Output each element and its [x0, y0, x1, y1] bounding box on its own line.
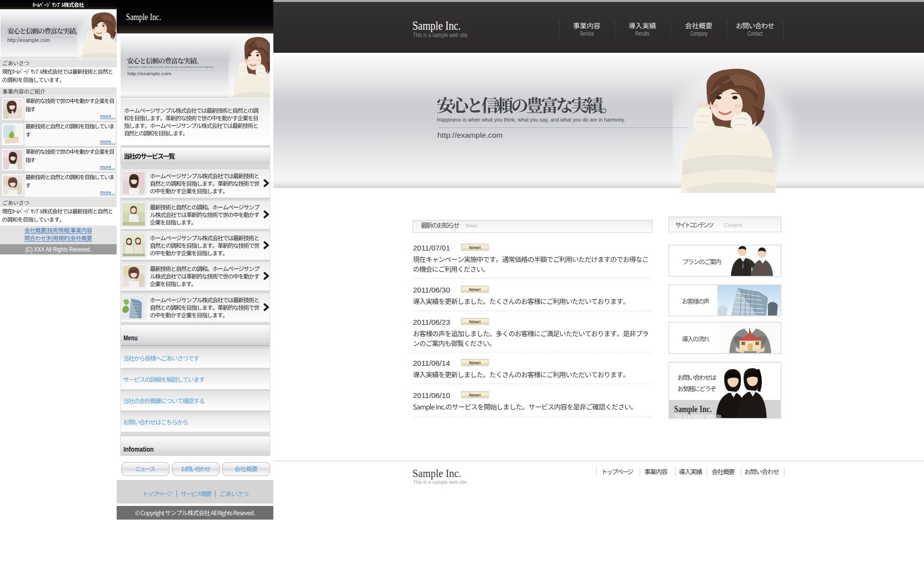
svg-text:New!: New!: [469, 360, 481, 365]
svg-text:2011/06/23: 2011/06/23: [413, 318, 450, 326]
svg-text:2011/06/10: 2011/06/10: [413, 392, 450, 399]
svg-text:Sample Inc.: Sample Inc.: [412, 467, 461, 480]
svg-text:Company: Company: [690, 30, 707, 37]
svg-text:more...: more...: [100, 139, 115, 145]
svg-text:more...: more...: [100, 164, 115, 170]
svg-text:Happiness is when what you thi: Happiness is when what you think, what y…: [127, 65, 214, 68]
svg-text:more...: more...: [100, 189, 115, 195]
svg-text:Sample Inc.: Sample Inc.: [412, 19, 461, 32]
svg-text:more...: more...: [100, 113, 115, 119]
svg-text:Content: Content: [724, 222, 742, 228]
svg-text:New!: New!: [469, 287, 481, 292]
svg-text:http://example.com: http://example.com: [437, 131, 503, 139]
svg-text:This is a sample web site.: This is a sample web site.: [675, 414, 722, 419]
svg-text:New!: New!: [469, 245, 481, 250]
svg-text:http://example.com: http://example.com: [127, 71, 171, 76]
svg-text:Menu: Menu: [123, 334, 138, 342]
svg-text:2011/07/01: 2011/07/01: [413, 244, 450, 252]
svg-text:Service: Service: [580, 30, 594, 37]
svg-text:Infomation: Infomation: [123, 445, 154, 453]
svg-text:Contact: Contact: [748, 30, 763, 37]
svg-text:(C) XXX All Rights Reseved.: (C) XXX All Rights Reseved.: [25, 246, 91, 253]
svg-text:New!: New!: [469, 319, 481, 324]
svg-text:This is a sample web site.: This is a sample web site.: [413, 32, 469, 39]
svg-text:Happiness is when what you thi: Happiness is when what you think, what y…: [437, 117, 625, 123]
svg-text:Sample Inc.: Sample Inc.: [126, 12, 161, 22]
svg-text:This is a sample web site.: This is a sample web site.: [413, 479, 468, 485]
svg-text:News: News: [466, 223, 477, 229]
svg-text:http://example.com: http://example.com: [7, 38, 50, 43]
svg-text:2011/06/14: 2011/06/14: [413, 359, 450, 367]
svg-text:2011/06/30: 2011/06/30: [413, 286, 450, 294]
svg-text:Results: Results: [636, 30, 650, 37]
svg-text:Sample Inc.: Sample Inc.: [674, 404, 712, 414]
svg-text:New!: New!: [469, 393, 481, 398]
